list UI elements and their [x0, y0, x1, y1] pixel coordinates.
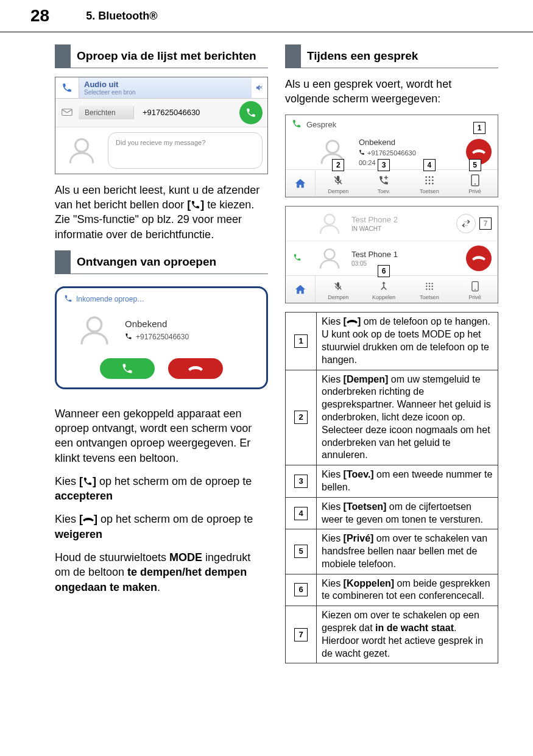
para-messages: Als u een bericht leest, kunt u de afzen…	[55, 183, 268, 242]
dial-button[interactable]	[239, 101, 263, 124]
table-cell-text: Kies [Privé] om over te schakelen van ha…	[317, 529, 498, 574]
page-header: 28 5. Bluetooth®	[0, 0, 533, 32]
keypad-button[interactable]: 4 Toetsen	[407, 170, 453, 197]
screenshot-two-calls: Test Phone 2 IN WACHT 7	[285, 206, 498, 303]
table-cell-text: Kies [] om de telefoon op te hangen. U k…	[317, 313, 498, 370]
keypad-button[interactable]: Toetsen	[407, 276, 453, 303]
caller-number: +917625046630	[136, 333, 189, 341]
phone-icon	[83, 475, 93, 485]
callout-7: 7	[479, 217, 492, 230]
phone1-name: Test Phone 1	[351, 250, 459, 259]
svg-point-5	[327, 141, 339, 153]
call-active-icon	[293, 253, 302, 264]
avatar-icon	[315, 244, 344, 273]
table-cell-text: Kiezen om over te schakelen op een gespr…	[317, 606, 498, 663]
callout-1: 1	[473, 122, 485, 134]
screenshot-messages: Audio uit Selecteer een bron Berichten +…	[55, 77, 268, 174]
phone-icon	[359, 149, 365, 157]
callout-num: 2	[294, 411, 308, 424]
table-cell-text: Kies [Koppelen] om beide gesprekken te c…	[317, 574, 498, 606]
table-row: 4Kies [Toetsen] om de cijfertoetsen weer…	[286, 497, 498, 529]
svg-point-12	[432, 180, 434, 182]
message-bubble: Did you recieve my message?	[108, 132, 263, 169]
table-row: 7Kiezen om over te schakelen op een gesp…	[286, 606, 498, 663]
svg-point-9	[432, 177, 434, 178]
svg-point-18	[325, 214, 335, 225]
switch-call-button[interactable]	[456, 214, 476, 233]
private-button[interactable]: 5 Privé	[452, 170, 498, 197]
home-button[interactable]	[286, 276, 316, 303]
keypad-icon	[425, 174, 434, 187]
para-accept: Kies [] op het scherm om de oproep te ac…	[55, 474, 268, 504]
phone2-status: IN WACHT	[351, 225, 449, 232]
phone-icon	[191, 199, 200, 208]
accept-button[interactable]	[100, 358, 155, 379]
svg-point-7	[425, 177, 427, 178]
svg-point-29	[431, 289, 432, 290]
svg-point-14	[429, 183, 431, 185]
home-button[interactable]	[286, 170, 316, 197]
callout-2: 2	[332, 159, 344, 171]
avatar-icon	[75, 311, 114, 350]
table-row: 2Kies [Dempen] om uw stemgeluid te onder…	[286, 370, 498, 465]
mute-button[interactable]: Dempen	[316, 276, 361, 303]
add-call-button[interactable]: 3 Toev.	[361, 170, 407, 197]
svg-point-26	[431, 286, 432, 287]
callout-num: 3	[294, 475, 308, 488]
mute-icon[interactable]	[252, 77, 267, 98]
avatar-icon	[315, 209, 344, 238]
table-row: 6Kies [Koppelen] om beide gesprekken te …	[286, 574, 498, 606]
call-duration: 00:24	[359, 159, 457, 166]
message-sender-number: +917625046630	[134, 104, 235, 121]
audio-source-banner[interactable]: Audio uit Selecteer een bron	[79, 77, 252, 98]
callout-6: 6	[378, 265, 390, 277]
merge-button[interactable]: 6 Koppelen	[361, 276, 407, 303]
incoming-phone-icon	[64, 294, 72, 305]
svg-point-25	[429, 286, 430, 287]
private-icon	[471, 174, 479, 187]
gesprek-label: Gesprek	[306, 120, 336, 129]
merge-icon	[378, 280, 389, 293]
svg-point-3	[76, 139, 88, 152]
screenshot-during-call: Gesprek Onbekend +917625046630 00:24 1	[285, 115, 498, 197]
svg-point-31	[475, 289, 476, 291]
table-row: 1Kies [] om de telefoon op te hangen. U …	[286, 313, 498, 370]
hangup-button[interactable]	[466, 246, 492, 271]
svg-point-21	[426, 283, 427, 284]
caller-number: +917625046630	[367, 149, 416, 157]
svg-point-17	[475, 183, 476, 185]
add-call-icon	[378, 174, 389, 187]
table-cell-text: Kies [Dempen] om uw stemgeluid te onderb…	[317, 370, 498, 465]
mic-off-icon	[333, 280, 343, 293]
svg-point-19	[325, 249, 335, 260]
table-row: 3Kies [Toev.] om een tweede nummer te be…	[286, 465, 498, 498]
callout-5: 5	[469, 159, 481, 171]
table-cell-text: Kies [Toetsen] om de cijfertoetsen weer …	[317, 497, 498, 529]
para-reject: Kies [] op het scherm om de oproep te we…	[55, 512, 268, 542]
mic-off-icon	[333, 174, 344, 187]
mute-button[interactable]: 2 Dempen	[316, 170, 361, 197]
callout-table: 1Kies [] om de telefoon op te hangen. U …	[285, 312, 498, 663]
avatar-icon	[60, 132, 103, 169]
svg-point-28	[429, 289, 430, 290]
message-list-icon[interactable]	[55, 105, 79, 121]
svg-point-15	[432, 183, 434, 185]
intro-during: Als u een gesprek voert, wordt het volge…	[285, 77, 498, 107]
caller-name: Onbekend	[125, 319, 189, 329]
table-cell-text: Kies [Toev.] om een tweede nummer te bel…	[317, 465, 498, 498]
section-title-during: Tijdens een gesprek	[285, 44, 498, 68]
private-icon	[471, 280, 479, 293]
private-button[interactable]: Privé	[452, 276, 498, 303]
berichten-tab[interactable]: Berichten	[79, 106, 134, 119]
svg-point-23	[431, 283, 432, 284]
svg-point-24	[426, 286, 427, 287]
phone-tab-icon[interactable]	[55, 77, 79, 98]
svg-point-4	[87, 317, 101, 331]
section-title-incoming: Ontvangen van oproepen	[55, 250, 268, 274]
para-incoming: Wanneer een gekoppeld apparaat een oproe…	[55, 406, 268, 465]
left-column: Oproep via de lijst met berichten Audio …	[55, 44, 268, 663]
phone1-time: 03:05	[351, 260, 459, 267]
svg-point-8	[429, 177, 431, 178]
decline-button[interactable]	[168, 358, 223, 379]
svg-point-27	[426, 289, 427, 290]
